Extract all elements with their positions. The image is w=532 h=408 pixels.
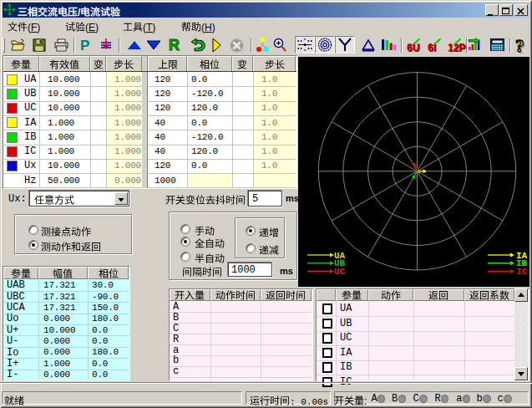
svg-text:IC: IC <box>516 267 528 277</box>
svg-text:UC: UC <box>334 267 346 277</box>
